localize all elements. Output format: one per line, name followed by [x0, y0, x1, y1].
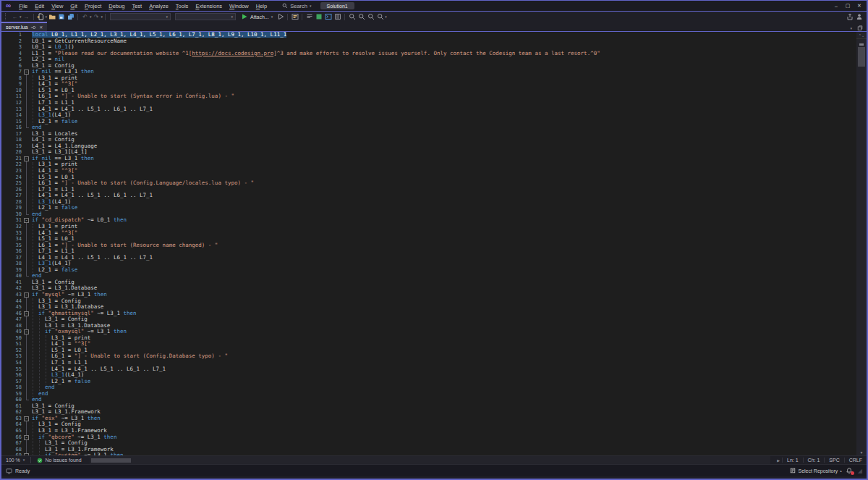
- fold-margin[interactable]: [22, 428, 30, 434]
- menu-project[interactable]: Project: [81, 2, 105, 10]
- breakpoint-margin[interactable]: [1, 329, 9, 335]
- line-number[interactable]: 41: [9, 279, 22, 286]
- line-number[interactable]: 44: [9, 298, 22, 305]
- live-share-icon[interactable]: [845, 12, 854, 21]
- fold-margin[interactable]: -: [22, 452, 30, 455]
- breakpoint-margin[interactable]: [1, 323, 9, 329]
- fold-collapse-icon[interactable]: -: [24, 70, 29, 75]
- line-number[interactable]: 19: [9, 143, 22, 150]
- code-line[interactable]: 46- if "ghmattimysql" ~= L3_1 then: [1, 311, 856, 317]
- fold-margin[interactable]: [22, 279, 30, 286]
- fold-margin[interactable]: [22, 236, 30, 243]
- close-button[interactable]: ✕: [854, 3, 865, 9]
- line-number[interactable]: 53: [9, 353, 22, 360]
- line-number[interactable]: 15: [9, 119, 22, 125]
- breakpoint-margin[interactable]: [1, 38, 9, 45]
- breakpoint-margin[interactable]: [1, 353, 9, 360]
- extensions-icon[interactable]: [314, 12, 323, 21]
- toolbar-overflow-icon[interactable]: ▾: [385, 15, 387, 19]
- line-number[interactable]: 8: [9, 75, 22, 82]
- breakpoint-margin[interactable]: [1, 69, 9, 75]
- breakpoint-margin[interactable]: [1, 174, 9, 181]
- line-number[interactable]: 13: [9, 106, 22, 113]
- code-line[interactable]: 14 L3_1(L4_1): [1, 112, 856, 119]
- redo-dropdown-icon[interactable]: ▾: [101, 15, 103, 19]
- fold-margin[interactable]: [22, 32, 30, 38]
- code-line[interactable]: 5L2_1 = nil: [1, 56, 856, 63]
- fold-margin[interactable]: [22, 224, 30, 230]
- line-number[interactable]: 2: [9, 38, 22, 45]
- menu-file[interactable]: File: [15, 2, 31, 10]
- line-number[interactable]: 61: [9, 403, 22, 410]
- code-line[interactable]: 50 L3_1 = print: [1, 335, 856, 342]
- toolbar-grip[interactable]: [5, 13, 7, 20]
- terminal-icon[interactable]: [323, 12, 333, 21]
- code-line[interactable]: 15 L2_1 = false: [1, 119, 856, 125]
- line-number[interactable]: 65: [9, 428, 22, 434]
- breakpoint-margin[interactable]: [1, 298, 9, 305]
- breakpoint-margin[interactable]: [1, 217, 9, 224]
- nav-forward-icon[interactable]: →: [22, 12, 31, 21]
- fold-margin[interactable]: [22, 267, 30, 274]
- tab-server-lua[interactable]: server.lua ✕: [1, 22, 47, 31]
- fold-margin[interactable]: [22, 75, 30, 82]
- fold-margin[interactable]: [22, 353, 30, 360]
- code-line[interactable]: 42L3_1 = L3_1.Database: [1, 285, 856, 292]
- fold-margin[interactable]: [22, 366, 30, 373]
- line-number[interactable]: 46: [9, 311, 22, 317]
- code-line[interactable]: 1local L0_1, L1_1, L2_1, L3_1, L4_1, L5_…: [1, 32, 856, 38]
- fold-margin[interactable]: [22, 180, 30, 187]
- breakpoint-margin[interactable]: [1, 81, 9, 88]
- horizontal-scrollbar[interactable]: [90, 456, 771, 464]
- breakpoint-margin[interactable]: [1, 112, 9, 119]
- fold-margin[interactable]: [22, 81, 30, 88]
- breakpoint-margin[interactable]: [1, 285, 9, 292]
- line-number[interactable]: 14: [9, 112, 22, 119]
- line-number[interactable]: 10: [9, 88, 22, 94]
- line-number[interactable]: 27: [9, 193, 22, 199]
- breakpoint-margin[interactable]: [1, 125, 9, 131]
- line-number[interactable]: 55: [9, 366, 22, 373]
- code-line[interactable]: 57 L2_1 = false: [1, 379, 856, 385]
- breakpoint-margin[interactable]: [1, 391, 9, 397]
- breakpoint-margin[interactable]: [1, 131, 9, 138]
- fold-collapse-icon[interactable]: -: [24, 435, 29, 440]
- breakpoint-margin[interactable]: [1, 273, 9, 279]
- indentation-indicator[interactable]: SPC: [824, 458, 843, 463]
- fold-margin[interactable]: [22, 193, 30, 199]
- line-number[interactable]: 39: [9, 267, 22, 274]
- undo-icon[interactable]: ↶: [80, 12, 90, 21]
- code-line[interactable]: 38 L3_1(L4_1): [1, 261, 856, 267]
- breakpoint-margin[interactable]: [1, 32, 9, 38]
- fold-margin[interactable]: [22, 273, 30, 279]
- scrollbar-split-handle[interactable]: ⌃⌄: [856, 32, 867, 39]
- fold-margin[interactable]: [22, 143, 30, 150]
- line-number[interactable]: 43: [9, 292, 22, 298]
- line-number[interactable]: 42: [9, 285, 22, 292]
- breakpoint-margin[interactable]: [1, 93, 9, 100]
- line-number[interactable]: 16: [9, 125, 22, 131]
- find-selection-icon[interactable]: [375, 12, 385, 21]
- fold-collapse-icon[interactable]: -: [24, 218, 29, 223]
- fold-margin[interactable]: [22, 149, 30, 156]
- fold-margin[interactable]: [22, 341, 30, 348]
- fold-margin[interactable]: [22, 440, 30, 447]
- code-line[interactable]: 41L3_1 = Config: [1, 279, 856, 286]
- breakpoint-margin[interactable]: [1, 348, 9, 354]
- fold-margin[interactable]: [22, 199, 30, 206]
- line-number[interactable]: 68: [9, 447, 22, 453]
- code-line[interactable]: 59 end: [1, 391, 856, 397]
- line-number[interactable]: 59: [9, 391, 22, 397]
- fold-margin[interactable]: [22, 397, 30, 403]
- menu-debug[interactable]: Debug: [105, 2, 128, 10]
- fold-margin[interactable]: [22, 323, 30, 329]
- line-number[interactable]: 25: [9, 180, 22, 187]
- code-line[interactable]: 64 L3_1 = Config: [1, 421, 856, 428]
- line-number[interactable]: 36: [9, 248, 22, 255]
- fold-margin[interactable]: [22, 174, 30, 181]
- fold-collapse-icon[interactable]: -: [24, 416, 29, 421]
- code-line[interactable]: 61L3_1 = Config: [1, 403, 856, 410]
- breakpoint-margin[interactable]: [1, 360, 9, 366]
- code-line[interactable]: 44 L3_1 = Config: [1, 298, 856, 305]
- fold-margin[interactable]: [22, 161, 30, 168]
